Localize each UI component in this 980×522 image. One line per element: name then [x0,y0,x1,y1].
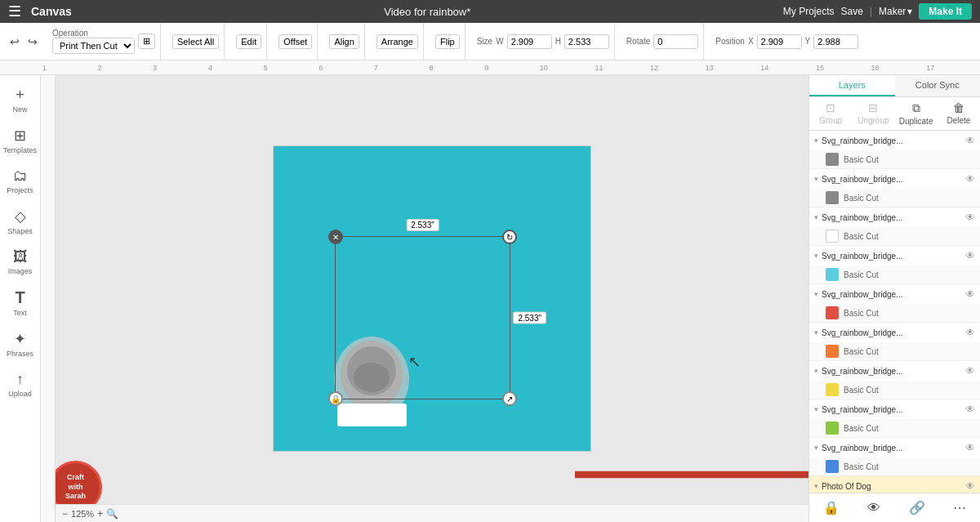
sidebar-item-images[interactable]: 🖼 Images [0,243,40,280]
sidebar-item-shapes[interactable]: ◇ Shapes [0,203,40,240]
handle-lock[interactable]: 🔒 [327,390,345,408]
operation-select[interactable]: Print Then Cut [52,38,135,54]
ruler-numbers: 1234567891011121314151617 [0,64,980,72]
layer-eye-icon[interactable]: 👁 [965,365,975,377]
edit-button[interactable]: Edit [236,34,261,49]
zoom-out-button[interactable]: − [62,508,68,520]
sidebar-item-shapes-label: Shapes [7,227,33,235]
select-all-group: Select All [167,23,225,60]
layer-eye-icon[interactable]: 👁 [965,135,975,146]
maker-button[interactable]: Maker ▾ [879,6,912,17]
tab-layers[interactable]: Layers [809,75,895,96]
sidebar-item-projects[interactable]: 🗂 Projects [0,163,40,199]
layer-item: ▾Svg_rainbow_bridge...👁Basic Cut [809,438,980,476]
rotate-handle-icon: ↻ [502,230,517,244]
sidebar-item-text[interactable]: T Text [0,283,40,322]
layer-item: ▾Svg_rainbow_bridge...👁Basic Cut [809,284,980,323]
layer-sub-label: Basic Cut [844,155,879,164]
layer-header[interactable]: ▾Photo Of Dog👁 [809,476,980,493]
delete-button[interactable]: 🗑 Delete [938,97,980,130]
layer-swatch [826,268,839,281]
layer-sub-label: Basic Cut [844,424,879,433]
flip-group: Flip [430,23,466,60]
ungroup-button[interactable]: ⊟ Ungroup [852,97,894,130]
layer-eye-icon[interactable]: 👁 [965,173,975,185]
layer-sub: Basic Cut [809,457,980,475]
handle-rotate[interactable]: ↻ [501,228,519,246]
duplicate-button[interactable]: ⧉ Duplicate [895,97,938,130]
position-group: Position X Y [710,23,863,60]
tab-color-sync[interactable]: Color Sync [895,75,981,96]
layer-name: Svg_rainbow_bridge... [822,175,962,184]
sidebar-item-phrases[interactable]: ✦ Phrases [0,325,40,363]
operation-icon-btn[interactable]: ⊞ [138,33,155,49]
layer-eye-icon[interactable]: 👁 [965,442,975,453]
offset-button[interactable]: Offset [278,34,312,49]
undo-button[interactable]: ↩ [7,33,23,50]
layer-header[interactable]: ▾Svg_rainbow_bridge...👁 [809,438,980,457]
canvas-area[interactable]: 2.533" 2.533" ✕ ↻ 🔒 [41,75,808,522]
layer-header[interactable]: ▾Svg_rainbow_bridge...👁 [809,207,980,227]
layer-header[interactable]: ▾Svg_rainbow_bridge...👁 [809,361,980,381]
canvas-content: 2.533" 2.533" ✕ ↻ 🔒 [56,75,808,522]
layer-eye-icon[interactable]: 👁 [965,480,975,492]
layer-header[interactable]: ▾Svg_rainbow_bridge...👁 [809,169,980,189]
layer-sub: Basic Cut [809,381,980,399]
my-projects-link[interactable]: My Projects [783,6,835,17]
arrange-button[interactable]: Arrange [376,34,418,49]
handle-scale[interactable]: ↗ [501,390,519,408]
size-w-input[interactable] [507,34,552,49]
duplicate-icon: ⧉ [912,101,920,115]
right-panel-tabs: Layers Color Sync [809,75,980,97]
pos-y-input[interactable] [813,34,858,49]
link-all-button[interactable]: 🔗 [906,497,929,519]
layer-item: ▾Svg_rainbow_bridge...👁Basic Cut [809,169,980,207]
images-icon: 🖼 [13,248,28,265]
hamburger-menu[interactable]: ☰ [8,2,21,20]
layer-chevron-icon: ▾ [814,175,818,183]
lock-all-button[interactable]: 🔒 [820,497,843,519]
group-button[interactable]: ⊡ Group [809,97,852,130]
select-all-button[interactable]: Select All [172,34,219,49]
layer-header[interactable]: ▾Svg_rainbow_bridge...👁 [809,399,980,419]
layer-eye-icon[interactable]: 👁 [965,212,975,223]
zoom-in-button[interactable]: + [97,508,103,520]
layer-header[interactable]: ▾Svg_rainbow_bridge...👁 [809,131,980,150]
handle-close[interactable]: ✕ [327,228,345,246]
layer-eye-icon[interactable]: 👁 [965,327,975,338]
undo-redo-group: ↩ ↪ [7,33,41,50]
more-button[interactable]: ⋯ [950,497,969,519]
layer-eye-icon[interactable]: 👁 [965,288,975,300]
layer-header[interactable]: ▾Svg_rainbow_bridge...👁 [809,323,980,342]
eye-all-button[interactable]: 👁 [864,497,884,519]
layer-header[interactable]: ▾Svg_rainbow_bridge...👁 [809,284,980,304]
document-title: Video for rainbow* [82,6,773,18]
flip-button[interactable]: Flip [435,34,460,49]
layer-header[interactable]: ▾Svg_rainbow_bridge...👁 [809,246,980,265]
layer-eye-icon[interactable]: 👁 [965,250,975,261]
rotate-input[interactable] [653,34,698,49]
layer-sub-label: Basic Cut [844,270,879,279]
top-bar: ☰ Canvas Video for rainbow* My Projects … [0,0,980,23]
make-it-button[interactable]: Make It [919,3,972,20]
arrange-group: Arrange [372,23,424,60]
sidebar-item-new[interactable]: + New [0,82,40,118]
align-button[interactable]: Align [329,34,359,49]
layer-eye-icon[interactable]: 👁 [965,404,975,415]
layers-list: ▾Svg_rainbow_bridge...👁Basic Cut▾Svg_rai… [809,131,980,493]
save-button[interactable]: Save [840,6,862,17]
sidebar-item-templates[interactable]: ⊞ Templates [0,122,40,159]
size-h-input[interactable] [564,34,609,49]
sidebar-item-upload[interactable]: ↑ Upload [0,366,40,403]
layer-swatch [826,306,839,319]
layer-item: ▾Svg_rainbow_bridge...👁Basic Cut [809,131,980,169]
operation-group: Operation Print Then Cut ⊞ [47,23,161,60]
layer-swatch [826,345,839,358]
layer-item: ▾Svg_rainbow_bridge...👁Basic Cut [809,323,980,361]
right-panel-bottom: 🔒 👁 🔗 ⋯ [809,493,980,522]
canvas-frame[interactable]: 2.533" 2.533" ✕ ↻ 🔒 [273,145,591,452]
pos-x-input[interactable] [757,34,802,49]
layer-sub-label: Basic Cut [844,232,879,241]
layer-sub-label: Basic Cut [844,194,879,203]
redo-button[interactable]: ↪ [24,33,41,50]
